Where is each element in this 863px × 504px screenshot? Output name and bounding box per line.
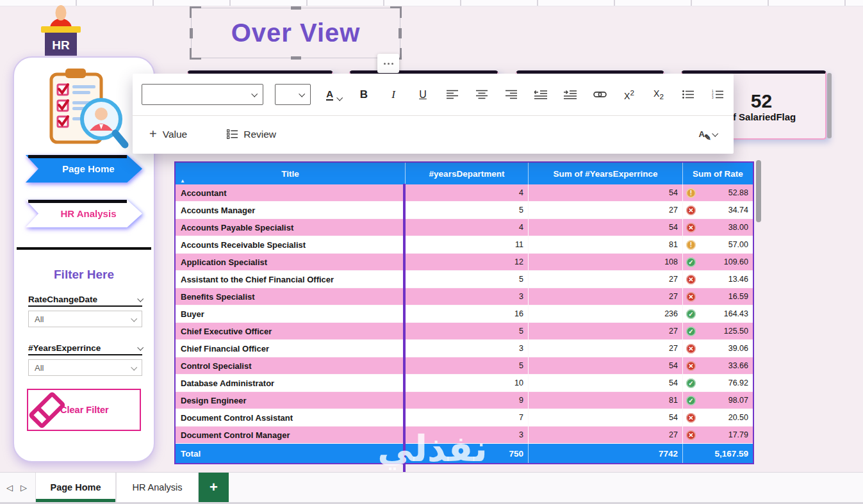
table-row[interactable]: Assistant to the Chief Financial Officer… bbox=[176, 271, 753, 288]
sidebar-item-hr-analysis[interactable]: HR Analysis bbox=[26, 200, 142, 227]
cell-yearsdepartment: 10 bbox=[405, 375, 528, 391]
selection-handle-icon[interactable] bbox=[390, 6, 402, 18]
selection-handle-icon[interactable] bbox=[291, 56, 301, 60]
table-row[interactable]: Accounts Manager527✕34.74 bbox=[176, 202, 753, 219]
superscript-icon[interactable]: X2 bbox=[622, 86, 636, 103]
cell-title: Accounts Manager bbox=[176, 202, 405, 218]
slicer-ratechangedate-header[interactable]: RateChangeDate bbox=[28, 293, 142, 307]
selection-handle-icon[interactable] bbox=[190, 6, 201, 18]
align-right-icon[interactable] bbox=[504, 86, 518, 103]
total-sum-experience: 7742 bbox=[528, 444, 682, 463]
table-row[interactable]: Document Control Manager327✕17.79 bbox=[176, 427, 753, 444]
cell-title: Chief Executive Officer bbox=[176, 323, 405, 339]
table-row[interactable]: Buyer16236✓164.43 bbox=[176, 305, 753, 323]
numbered-list-icon[interactable]: 123 bbox=[711, 86, 725, 103]
slicer-yearsexperience-header[interactable]: #YearsExperrince bbox=[28, 341, 142, 355]
table-row[interactable]: Accounts Receivable Specialist1181!57.00 bbox=[176, 236, 753, 254]
sidebar-item-page-home[interactable]: Page Home bbox=[26, 155, 142, 183]
text-format-toolbar: ABIUX2X2123 + Value Review A✎ bbox=[133, 74, 734, 154]
table-row[interactable]: Accounts Payable Specialist454✕38.00 bbox=[176, 219, 753, 236]
page-title[interactable]: Over View bbox=[192, 8, 400, 58]
hr-logo-image: HR bbox=[37, 4, 85, 56]
selection-handle-icon[interactable] bbox=[190, 28, 193, 38]
column-header-title[interactable]: ▲ Title bbox=[176, 163, 405, 184]
slicer-yearsexperience-dropdown[interactable]: All bbox=[28, 359, 142, 376]
cell-sum-experience: 54 bbox=[528, 409, 682, 426]
total-yearsdepartment: 750 bbox=[405, 444, 528, 463]
card-scrollbar[interactable] bbox=[827, 73, 832, 138]
bullet-list-icon[interactable] bbox=[681, 86, 695, 103]
proofing-language-button[interactable]: A✎ bbox=[699, 129, 717, 139]
selection-handle-icon[interactable] bbox=[190, 48, 201, 60]
cell-sum-experience: 27 bbox=[528, 271, 682, 288]
link-icon[interactable] bbox=[593, 86, 607, 103]
cell-sum-rate: ✓98.07 bbox=[682, 392, 753, 409]
status-ok-icon: ✓ bbox=[686, 257, 696, 267]
clear-filter-label: Clear Filter bbox=[60, 405, 109, 415]
table-header-row: ▲ Title #yearsDepartment Sum of #YearsEx… bbox=[176, 163, 753, 184]
more-options-button[interactable] bbox=[377, 54, 399, 73]
selection-handle-icon[interactable] bbox=[291, 6, 301, 10]
text-proofing-icon: A✎ bbox=[699, 129, 705, 139]
cell-sum-experience: 54 bbox=[528, 375, 682, 391]
page-tabs: Page Home HR Analysis + bbox=[35, 473, 229, 502]
align-left-icon[interactable] bbox=[445, 86, 459, 103]
cell-sum-experience: 27 bbox=[528, 202, 682, 218]
align-center-icon[interactable] bbox=[475, 86, 489, 103]
table-scrollbar[interactable] bbox=[756, 160, 761, 222]
tab-page-home[interactable]: Page Home bbox=[35, 473, 116, 502]
slicer-ratechangedate-dropdown[interactable]: All bbox=[28, 311, 142, 327]
cell-sum-rate: ✕17.79 bbox=[682, 427, 753, 443]
table-row[interactable]: Control Specialist554✕33.66 bbox=[176, 357, 753, 375]
column-header-yearsdepartment[interactable]: #yearsDepartment bbox=[405, 163, 528, 184]
cell-sum-experience: 27 bbox=[528, 340, 682, 357]
table-row[interactable]: Accountant454!52.88 bbox=[176, 184, 753, 202]
table-row[interactable]: Chief Financial Officer327✕39.06 bbox=[176, 340, 753, 357]
slicer-label-text: RateChangeDate bbox=[28, 295, 97, 304]
sidebar-divider bbox=[17, 247, 151, 250]
subscript-icon[interactable]: X2 bbox=[652, 86, 666, 103]
table-row[interactable]: Application Specialist12108✓109.60 bbox=[176, 254, 753, 271]
cell-yearsdepartment: 16 bbox=[405, 305, 528, 322]
next-page-arrow-icon[interactable]: ▷ bbox=[21, 483, 27, 492]
ellipsis-icon bbox=[391, 63, 393, 65]
table-row[interactable]: Benefits Specialist327✕16.59 bbox=[176, 288, 753, 305]
clipboard-search-illustration bbox=[33, 65, 136, 152]
status-error-icon: ✕ bbox=[686, 344, 696, 354]
clear-filter-button[interactable]: Clear Filter bbox=[27, 389, 141, 431]
underline-icon[interactable]: U bbox=[416, 86, 430, 103]
canvas-ruler bbox=[0, 0, 863, 6]
table-row[interactable]: Document Control Assistant754✕20.50 bbox=[176, 409, 753, 427]
cell-sum-rate: ✓125.50 bbox=[682, 323, 753, 339]
chevron-down-icon bbox=[137, 295, 144, 302]
cell-sum-rate: ✓109.60 bbox=[682, 254, 753, 270]
status-ok-icon: ✓ bbox=[686, 378, 696, 388]
selection-handle-icon[interactable] bbox=[399, 28, 402, 38]
indent-icon[interactable] bbox=[563, 86, 577, 103]
font-color-icon[interactable]: A bbox=[326, 86, 341, 103]
bold-icon[interactable]: B bbox=[357, 86, 371, 103]
font-size-select[interactable] bbox=[275, 84, 311, 105]
cell-title: Accounts Payable Specialist bbox=[176, 219, 405, 236]
checklist-icon bbox=[227, 129, 238, 139]
table-row[interactable]: Design Engineer981✓98.07 bbox=[176, 392, 753, 409]
prev-page-arrow-icon[interactable]: ◁ bbox=[6, 483, 13, 492]
outdent-icon[interactable] bbox=[534, 86, 548, 103]
italic-icon[interactable]: I bbox=[386, 86, 400, 103]
font-family-select[interactable] bbox=[142, 84, 263, 105]
page-title-selection-frame[interactable]: Over View bbox=[191, 8, 400, 58]
review-menu-item[interactable]: Review bbox=[227, 129, 276, 140]
column-header-label: Title bbox=[281, 169, 299, 179]
cell-sum-experience: 54 bbox=[528, 184, 682, 201]
tab-hr-analysis[interactable]: HR Analysis bbox=[116, 473, 199, 502]
table-row[interactable]: Database Administrator1054✓76.92 bbox=[176, 375, 753, 392]
column-header-label: Sum of #YearsExperrince bbox=[554, 169, 658, 179]
column-header-sum-of-rate[interactable]: Sum of Rate bbox=[682, 163, 753, 184]
sort-ascending-icon: ▲ bbox=[180, 178, 185, 184]
table-row[interactable]: Chief Executive Officer527✓125.50 bbox=[176, 323, 753, 340]
value-menu-item[interactable]: + Value bbox=[149, 127, 187, 142]
column-header-sum-yearsexperience[interactable]: Sum of #YearsExperrince bbox=[528, 163, 682, 184]
column-header-label: #yearsDepartment bbox=[429, 169, 505, 179]
add-page-button[interactable]: + bbox=[199, 473, 229, 502]
plus-icon: + bbox=[149, 127, 157, 142]
